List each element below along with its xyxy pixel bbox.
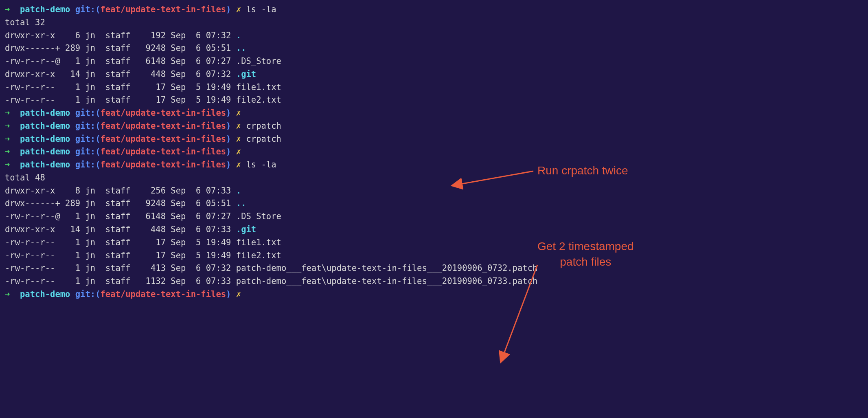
month: Sep <box>166 69 191 79</box>
terminal-output[interactable]: ➜ patch-demo git:(feat/update-text-in-fi… <box>5 3 863 301</box>
day: 6 <box>191 224 201 234</box>
user: jn <box>80 186 100 196</box>
time: 07:27 <box>201 211 236 221</box>
user: jn <box>80 263 100 273</box>
time: 07:32 <box>201 31 236 40</box>
time: 19:49 <box>201 82 236 92</box>
day: 6 <box>191 263 201 273</box>
perm: drwxr-xr-x <box>5 224 60 234</box>
user: jn <box>80 276 100 286</box>
prompt-paren-open: ( <box>95 108 100 118</box>
time: 07:32 <box>201 263 236 273</box>
prompt-dir: patch-demo <box>15 108 75 118</box>
time: 07:27 <box>201 56 236 66</box>
user: jn <box>80 95 100 105</box>
ls-row: drwxr-xr-x 14 jn staff 448 Sep 6 07:32 .… <box>5 68 863 81</box>
prompt-dir: patch-demo <box>15 160 75 169</box>
group: staff <box>101 95 136 105</box>
prompt-git-label: git: <box>75 121 95 131</box>
prompt-branch: feat/update-text-in-files <box>101 289 226 299</box>
prompt-paren-open: ( <box>95 147 100 156</box>
command-text: ls -la <box>241 4 276 14</box>
size: 6148 <box>136 56 166 66</box>
size: 17 <box>136 82 166 92</box>
day: 6 <box>191 43 201 53</box>
user: jn <box>80 211 100 221</box>
group: staff <box>101 56 136 66</box>
size: 413 <box>136 263 166 273</box>
filename: . <box>236 186 241 196</box>
group: staff <box>101 238 136 247</box>
time: 19:49 <box>201 238 236 247</box>
filename: file1.txt <box>236 82 281 92</box>
prompt-paren-open: ( <box>95 289 100 299</box>
size: 448 <box>136 69 166 79</box>
month: Sep <box>166 263 191 273</box>
filename: .DS_Store <box>236 56 281 66</box>
user: jn <box>80 31 100 40</box>
prompt-dirty-icon: ✗ <box>231 134 241 144</box>
user: jn <box>80 43 100 53</box>
day: 6 <box>191 276 201 286</box>
size: 192 <box>136 31 166 40</box>
day: 5 <box>191 251 201 260</box>
prompt-line: ➜ patch-demo git:(feat/update-text-in-fi… <box>5 145 863 158</box>
filename: file1.txt <box>236 238 281 247</box>
user: jn <box>80 82 100 92</box>
perm: drwxr-xr-x <box>5 31 60 40</box>
ls-row: drwxr-xr-x 14 jn staff 448 Sep 6 07:33 .… <box>5 223 863 236</box>
filename: .git <box>236 224 256 234</box>
ls-row: -rw-r--r-- 1 jn staff 17 Sep 5 19:49 fil… <box>5 81 863 94</box>
user: jn <box>80 251 100 260</box>
group: staff <box>101 263 136 273</box>
filename: .DS_Store <box>236 211 281 221</box>
size: 448 <box>136 224 166 234</box>
time: 19:49 <box>201 95 236 105</box>
prompt-arrow: ➜ <box>5 4 15 14</box>
prompt-branch: feat/update-text-in-files <box>101 134 226 144</box>
filename: file2.txt <box>236 251 281 260</box>
ls-total: total 48 <box>5 172 863 185</box>
prompt-arrow: ➜ <box>5 134 15 144</box>
prompt-paren-close: ) <box>226 134 231 144</box>
ls-row: -rw-r--r-- 1 jn staff 413 Sep 6 07:32 pa… <box>5 262 863 275</box>
ls-total: total 32 <box>5 16 863 29</box>
links: 6 <box>60 31 80 40</box>
group: staff <box>101 276 136 286</box>
links: 1 <box>60 238 80 247</box>
links: 1 <box>60 263 80 273</box>
prompt-dir: patch-demo <box>15 147 75 156</box>
prompt-git-label: git: <box>75 147 95 156</box>
links: 14 <box>60 69 80 79</box>
prompt-dirty-icon: ✗ <box>231 160 241 169</box>
prompt-git-label: git: <box>75 4 95 14</box>
month: Sep <box>166 224 191 234</box>
user: jn <box>80 224 100 234</box>
links: 8 <box>60 186 80 196</box>
prompt-branch: feat/update-text-in-files <box>101 160 226 169</box>
day: 6 <box>191 211 201 221</box>
size: 256 <box>136 186 166 196</box>
prompt-dirty-icon: ✗ <box>231 147 241 156</box>
links: 1 <box>60 95 80 105</box>
perm: -rw-r--r-- <box>5 263 60 273</box>
filename: patch-demo___feat\update-text-in-files__… <box>236 276 538 286</box>
group: staff <box>101 43 136 53</box>
day: 5 <box>191 238 201 247</box>
prompt-dirty-icon: ✗ <box>231 108 241 118</box>
perm: drwxr-xr-x <box>5 69 60 79</box>
perm: drwxr-xr-x <box>5 186 60 196</box>
month: Sep <box>166 186 191 196</box>
group: staff <box>101 224 136 234</box>
time: 07:33 <box>201 276 236 286</box>
perm: -rw-r--r--@ <box>5 211 60 221</box>
group: staff <box>101 198 136 208</box>
links: 1 <box>60 56 80 66</box>
prompt-branch: feat/update-text-in-files <box>101 121 226 131</box>
perm: -rw-r--r--@ <box>5 56 60 66</box>
month: Sep <box>166 276 191 286</box>
prompt-dir: patch-demo <box>15 134 75 144</box>
links: 1 <box>60 276 80 286</box>
links: 289 <box>60 198 80 208</box>
day: 6 <box>191 56 201 66</box>
